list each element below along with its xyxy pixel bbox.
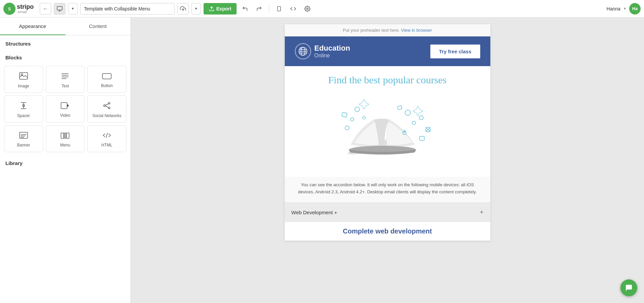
accordion-item[interactable]: Web Development + + [285,202,490,222]
tab-content[interactable]: Content [65,18,131,35]
book-svg [330,92,445,167]
menu-block-icon [61,132,69,141]
upload-dropdown-button[interactable]: ▼ [191,3,201,15]
find-courses-section: Find the best popular courses [285,66,490,177]
svg-rect-34 [64,133,66,138]
button-block-icon [102,73,112,81]
block-image[interactable]: Image [4,66,43,93]
block-spacer[interactable]: Spacer [4,95,43,122]
edu-logo: Education Online [295,43,350,59]
preheader-text: Put your preheader text here. [343,28,400,33]
svg-line-28 [105,106,108,108]
blocks-title: Blocks [0,49,130,63]
export-label: Export [216,6,231,11]
accordion-description: You can see the accordion below. It will… [285,177,490,202]
user-avatar: Ha [629,3,641,15]
svg-line-27 [105,104,108,106]
block-menu[interactable]: Menu [46,125,85,152]
svg-rect-58 [420,136,424,140]
preheader-bar: Put your preheader text here. View in br… [285,24,490,36]
upload-icon [180,6,186,12]
button-block-label: Button [101,83,113,88]
svg-line-36 [106,133,108,138]
svg-point-54 [345,126,349,130]
redo-button[interactable] [253,3,265,15]
svg-point-53 [350,118,354,121]
banner-block-label: Banner [17,143,30,147]
canvas-area: Put your preheader text here. View in br… [131,18,644,303]
video-block-icon [61,102,69,111]
view-dropdown-button[interactable]: ▼ [68,3,78,15]
accordion-expand-icon: + [480,209,484,216]
logo-sub: .email [17,10,34,14]
image-block-label: Image [18,84,29,88]
svg-rect-55 [341,112,347,117]
spacer-block-label: Spacer [17,113,30,118]
main-layout: Appearance Content Structures Blocks Ima… [0,18,644,303]
svg-rect-35 [66,133,69,138]
blocks-grid: Image Text [0,63,130,155]
settings-button[interactable] [302,3,313,15]
user-dropdown-arrow: ▼ [623,7,626,10]
desktop-view-button[interactable] [54,3,65,15]
edu-globe-icon [295,43,311,59]
chat-bubble-button[interactable] [620,279,637,296]
block-banner[interactable]: Banner [4,125,43,152]
separator [269,4,269,14]
library-title: Library [0,155,130,169]
video-block-label: Video [60,113,70,118]
book-illustration [292,89,484,173]
sidebar-tabs: Appearance Content [0,18,130,35]
tab-appearance[interactable]: Appearance [0,18,65,35]
chat-icon [625,284,633,292]
desktop-icon [57,6,63,12]
social-block-label: Social Networks [92,113,121,118]
block-video[interactable]: Video [46,95,85,122]
stripo-logo-icon: S [3,3,16,15]
back-button[interactable]: ← [40,3,51,15]
undo-button[interactable] [239,3,251,15]
code-icon [290,6,296,12]
svg-point-24 [109,103,110,104]
menu-block-label: Menu [60,143,70,147]
logo: S stripo .email [3,3,34,15]
user-name: Hanna [607,6,620,11]
svg-rect-2 [57,6,62,10]
find-courses-title: Find the best popular courses [292,74,484,86]
code-view-button[interactable] [287,3,299,15]
gear-icon [304,6,310,12]
email-header: Education Online Try free class [285,36,490,66]
template-name-input[interactable] [80,3,175,15]
svg-point-52 [355,107,360,112]
complete-web-section: Complete web development [285,222,490,241]
svg-point-56 [363,116,365,119]
svg-marker-23 [67,104,69,107]
block-social[interactable]: Social Networks [87,95,126,122]
svg-point-26 [109,107,110,109]
view-in-browser-link[interactable]: View in browser [401,28,432,33]
svg-point-46 [412,121,416,125]
try-free-button[interactable]: Try free class [430,45,480,58]
structures-title: Structures [0,35,130,49]
export-icon [209,6,214,11]
export-button[interactable]: Export [204,3,237,15]
text-block-icon [61,72,69,82]
accordion-item-label: Web Development + [292,210,337,215]
svg-rect-47 [397,106,402,110]
sidebar: Appearance Content Structures Blocks Ima… [0,18,131,303]
svg-point-45 [405,110,410,115]
mobile-view-button[interactable] [273,3,285,15]
email-template: Put your preheader text here. View in br… [285,24,490,241]
svg-point-9 [307,8,308,9]
user-menu[interactable]: Hanna ▼ Ha [607,3,641,15]
svg-rect-10 [20,73,28,79]
upload-button[interactable] [177,3,189,15]
text-block-label: Text [61,84,69,88]
banner-block-icon [19,132,28,141]
spacer-block-icon [20,102,28,111]
block-text[interactable]: Text [46,66,85,93]
block-html[interactable]: HTML [87,125,126,152]
block-button[interactable]: Button [87,66,126,93]
svg-point-42 [300,47,302,50]
svg-rect-16 [102,74,111,79]
